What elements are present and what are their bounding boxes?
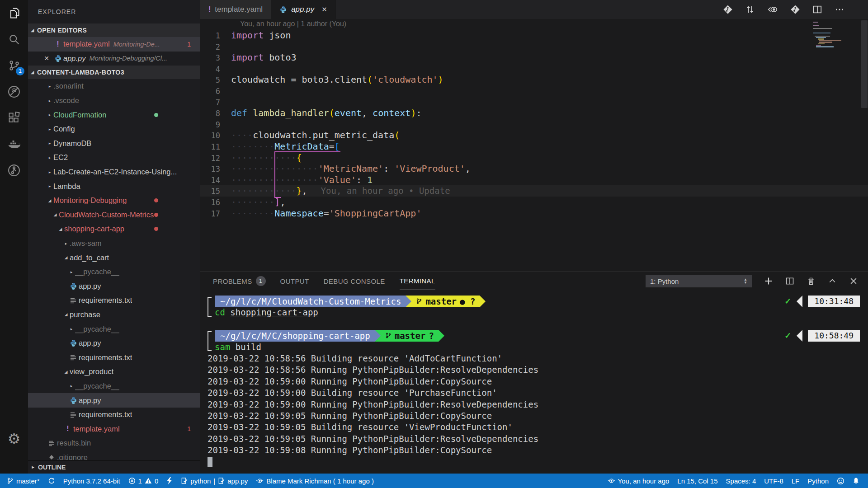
tree-item-ec2[interactable]: ▸EC2 [28, 150, 200, 165]
tab-template-yaml[interactable]: !template.yaml [200, 0, 271, 19]
tree-item-dynamodb[interactable]: ▸DynamoDB [28, 136, 200, 151]
split-terminal-icon[interactable] [785, 277, 794, 286]
sonarlint-icon[interactable] [0, 79, 28, 105]
code-line-4[interactable]: 4 [200, 63, 868, 75]
tree-item-requirements-txt[interactable]: requirements.txt [28, 408, 200, 422]
notifications[interactable] [849, 474, 863, 488]
tree-item-requirements-txt[interactable]: requirements.txt [28, 293, 200, 308]
close-icon[interactable]: ✕ [41, 55, 52, 62]
tree-item-app-py[interactable]: app.py [28, 393, 200, 408]
editor-scrollbar[interactable] [861, 20, 868, 108]
tree-item-template-yaml[interactable]: !template.yaml1 [28, 422, 200, 436]
code-line-8[interactable]: 8def lambda_handler(event, context): [200, 108, 868, 119]
files-icon[interactable] [0, 0, 28, 26]
tree-item-add-to-cart[interactable]: ◢add_to_cart [28, 250, 200, 265]
code-line-12[interactable]: 12············{ [200, 152, 868, 164]
extensions-icon[interactable] [0, 105, 28, 131]
tree-item-results-bin[interactable]: results.bin [28, 436, 200, 450]
panel-tab-output[interactable]: OUTPUT [280, 272, 309, 290]
panel-tab-terminal[interactable]: TERMINAL [400, 272, 435, 290]
gitlens-file-history-icon[interactable] [723, 5, 733, 14]
git-history-icon[interactable] [0, 157, 28, 183]
search-icon[interactable] [0, 26, 28, 52]
tree-item-purchase[interactable]: ◢purchase [28, 308, 200, 322]
tab-app-py[interactable]: app.py✕ [271, 0, 336, 19]
terminal-selector[interactable]: 1: Python ▲▼ [646, 275, 752, 287]
code-editor[interactable]: You, an hour ago | 1 author (You) 1impor… [200, 19, 868, 272]
code-line-3[interactable]: 3import boto3 [200, 52, 868, 63]
minimap-line [815, 36, 830, 37]
minimap[interactable] [813, 22, 842, 76]
language-mode[interactable]: Python [803, 474, 833, 488]
panel-tab-problems[interactable]: PROBLEMS1 [213, 272, 266, 290]
chevron-up-icon[interactable] [828, 277, 837, 286]
code-line-9[interactable]: 9 [200, 119, 868, 130]
project-section-header[interactable]: ◢ CONTENT-LAMBDA-BOTO3 [28, 66, 200, 79]
tree-item--aws-sam[interactable]: ▸.aws-sam [28, 236, 200, 251]
tree-item--vscode[interactable]: ▸.vscode [28, 94, 200, 108]
cursor-position[interactable]: Ln 15, Col 15 [673, 474, 722, 488]
tree-item-requirements-txt[interactable]: requirements.txt [28, 350, 200, 365]
code-line-11[interactable]: 11········MetricData=[ [200, 141, 868, 152]
plus-icon[interactable] [764, 277, 773, 286]
encoding[interactable]: UTF-8 [760, 474, 788, 488]
line-blame[interactable]: You, an hour ago [604, 474, 674, 488]
tree-item-lambda[interactable]: ▸Lambda [28, 179, 200, 193]
tree-item--sonarlint[interactable]: ▸.sonarlint [28, 79, 200, 94]
code-line-1[interactable]: 1import json [200, 30, 868, 41]
git-branch-status[interactable]: master* [3, 474, 44, 488]
close-icon[interactable]: ✕ [321, 5, 327, 14]
tree-item--pycache-[interactable]: ▸__pycache__ [28, 265, 200, 279]
gitlens-blame[interactable]: Blame Mark Richman ( 1 hour ago ) [252, 474, 378, 488]
indentation[interactable]: Spaces: 4 [722, 474, 760, 488]
terminal-log-line: 2019-03-22 10:59:00 Running PythonPipBui… [208, 399, 868, 410]
tree-item-cloudwatch-custom-metrics[interactable]: ◢CloudWatch-Custom-Metrics [28, 208, 200, 222]
more-actions-icon[interactable] [835, 5, 844, 14]
docker-icon[interactable] [0, 131, 28, 157]
close-icon[interactable] [849, 277, 858, 286]
eol[interactable]: LF [788, 474, 804, 488]
tree-item--pycache-[interactable]: ▸__pycache__ [28, 322, 200, 336]
panel-tab-debug-console[interactable]: DEBUG CONSOLE [324, 272, 385, 290]
code-line-17[interactable]: 17········Namespace='ShoppingCartApp' [200, 208, 868, 219]
outline-section-header[interactable]: ▸ OUTLINE [28, 460, 200, 474]
code-line-7[interactable]: 7 [200, 97, 868, 108]
gear-icon[interactable]: ⚙ [0, 427, 28, 450]
code-line-15[interactable]: 15············},You, an hour ago • Updat… [200, 185, 868, 197]
gitlens-icon[interactable] [790, 5, 800, 14]
code-line-16[interactable]: 16········], [200, 197, 868, 208]
code-line-14[interactable]: 14················'Value': 1 [200, 174, 868, 186]
python-icon [68, 339, 79, 347]
tree-item-config[interactable]: ▸Config [28, 122, 200, 136]
open-editors-header[interactable]: ◢ OPEN EDITORS [28, 23, 200, 37]
powerline-arrow-left [797, 330, 802, 342]
split-editor-icon[interactable] [812, 5, 822, 14]
trash-icon[interactable] [807, 277, 816, 286]
tree-item-view-product[interactable]: ◢view_product [28, 365, 200, 379]
tree-item-app-py[interactable]: app.py [28, 279, 200, 294]
problems-status[interactable]: 10 [124, 474, 163, 488]
code-line-2[interactable]: 2 [200, 41, 868, 52]
code-line-5[interactable]: 5cloudwatch = boto3.client('cloudwatch') [200, 74, 868, 85]
tree-item-app-py[interactable]: app.py [28, 336, 200, 351]
open-editors-label: OPEN EDITORS [37, 27, 87, 34]
tree-item-monitoring-debugging[interactable]: ◢Monitoring-Debugging [28, 193, 200, 208]
open-editor-item[interactable]: !template.yamlMonitoring-De...1 [28, 37, 200, 52]
lightning-status[interactable] [162, 474, 177, 488]
compare-changes-icon[interactable] [745, 5, 755, 14]
tree-item-cloudformation[interactable]: ▸CloudFormation [28, 108, 200, 122]
code-line-10[interactable]: 10····cloudwatch.put_metric_data( [200, 130, 868, 141]
tree-item--pycache-[interactable]: ▸__pycache__ [28, 379, 200, 394]
source-control-icon[interactable]: 1 [0, 52, 28, 79]
tree-item-lab-create-an-ec2-instance-using-[interactable]: ▸Lab-Create-an-EC2-Instance-Using... [28, 165, 200, 179]
toggle-blame-icon[interactable] [767, 5, 778, 14]
open-editor-item[interactable]: ✕app.pyMonitoring-Debugging/Cl... [28, 52, 200, 66]
feedback[interactable] [833, 474, 849, 488]
sync-status[interactable] [44, 474, 59, 488]
terminal[interactable]: ~/g/l/c/M/CloudWatch-Custom-Metricsmaste… [200, 290, 868, 474]
code-line-6[interactable]: 6 [200, 85, 868, 97]
tasks-status[interactable]: python | app.py [177, 474, 252, 488]
code-line-13[interactable]: 13················'MetricName': 'ViewPro… [200, 163, 868, 174]
tree-item-shopping-cart-app[interactable]: ◢shopping-cart-app [28, 222, 200, 236]
python-interpreter[interactable]: Python 3.7.2 64-bit [59, 474, 124, 488]
